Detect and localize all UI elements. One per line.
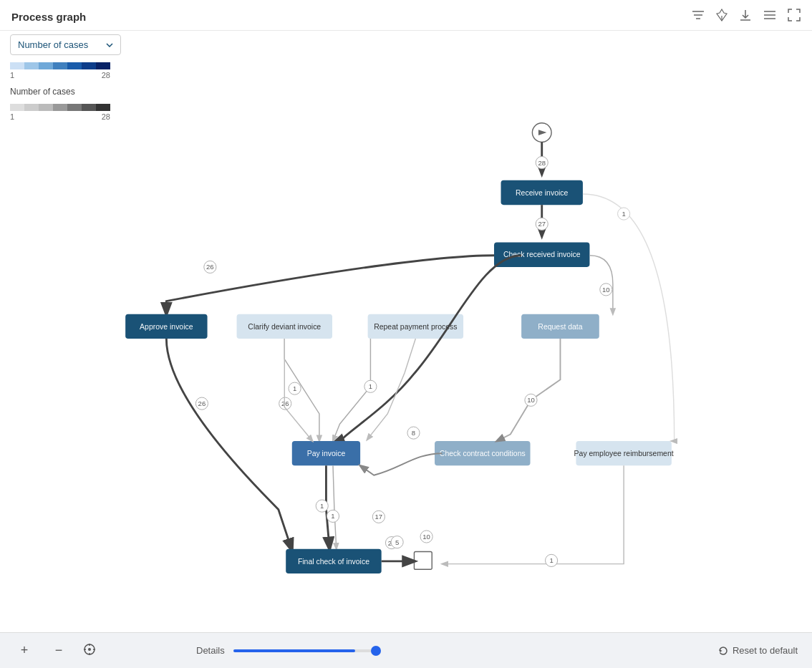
reset-to-default-button[interactable]: Reset to default	[718, 645, 798, 656]
svg-text:Check contract conditions: Check contract conditions	[440, 450, 526, 458]
details-slider-section: Details	[196, 645, 377, 656]
details-label: Details	[196, 645, 225, 656]
svg-text:1: 1	[293, 384, 296, 392]
page-title: Process graph	[11, 11, 86, 23]
svg-text:1: 1	[331, 512, 334, 520]
svg-text:26: 26	[198, 400, 206, 407]
end-node[interactable]	[414, 551, 432, 569]
svg-text:Pay employee reimbursement: Pay employee reimbursement	[574, 450, 674, 458]
download-icon[interactable]	[739, 9, 752, 24]
svg-text:Final check of invoice: Final check of invoice	[298, 558, 369, 566]
reset-label: Reset to default	[733, 645, 798, 656]
zoom-out-button[interactable]: −	[49, 641, 69, 661]
svg-text:Check received invoice: Check received invoice	[503, 251, 581, 258]
process-graph: 28 Receive invoice 27 Check received inv…	[0, 32, 812, 632]
filter-icon[interactable]	[692, 9, 705, 24]
svg-text:Approve invoice: Approve invoice	[140, 323, 193, 331]
svg-text:1: 1	[622, 210, 625, 218]
svg-text:27: 27	[538, 220, 546, 228]
center-view-button[interactable]	[83, 643, 96, 659]
svg-text:5: 5	[395, 538, 399, 546]
svg-text:8: 8	[412, 429, 415, 437]
svg-text:1: 1	[549, 556, 553, 564]
svg-text:10: 10	[602, 286, 610, 294]
process-canvas[interactable]: 28 Receive invoice 27 Check received inv…	[0, 32, 812, 632]
svg-text:Repeat payment process: Repeat payment process	[374, 323, 457, 331]
svg-text:Receive invoice: Receive invoice	[516, 189, 568, 197]
svg-text:28: 28	[538, 159, 546, 167]
zoom-in-button[interactable]: +	[14, 641, 34, 661]
svg-text:10: 10	[422, 533, 430, 541]
menu-icon[interactable]	[763, 10, 776, 23]
pin-icon[interactable]	[716, 9, 728, 24]
svg-text:10: 10	[527, 396, 535, 404]
fullscreen-icon[interactable]	[788, 9, 801, 24]
svg-text:Pay invoice: Pay invoice	[307, 450, 346, 458]
svg-text:26: 26	[281, 400, 289, 407]
svg-text:1: 1	[369, 382, 372, 390]
header: Process graph	[0, 0, 812, 31]
svg-point-58	[88, 648, 91, 651]
bottom-toolbar: + − Details Reset to default	[0, 632, 812, 668]
header-icons	[692, 9, 801, 24]
svg-text:17: 17	[375, 513, 383, 521]
svg-text:1: 1	[320, 502, 324, 510]
svg-text:26: 26	[206, 263, 214, 271]
svg-text:Request data: Request data	[538, 323, 582, 331]
svg-text:Clarify deviant invoice: Clarify deviant invoice	[248, 323, 321, 331]
details-slider[interactable]	[233, 649, 377, 652]
